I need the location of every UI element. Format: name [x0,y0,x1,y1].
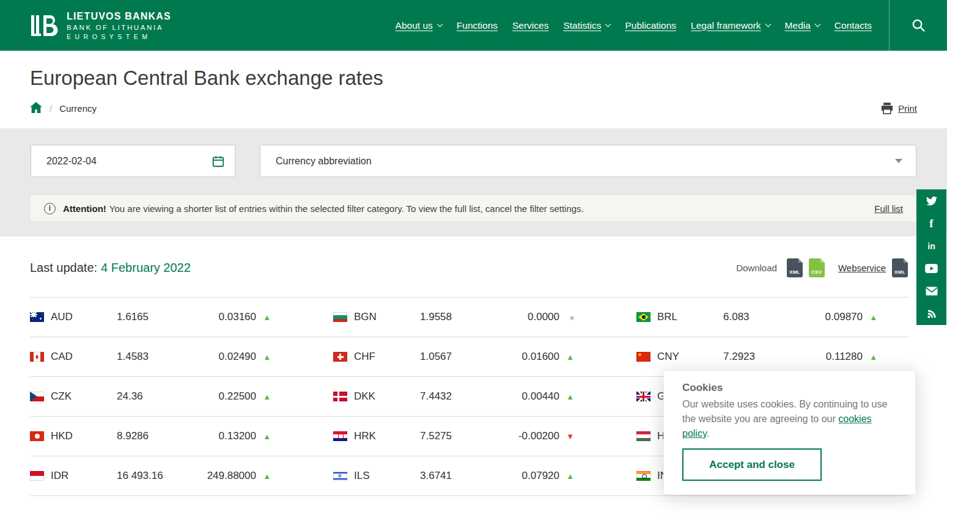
change-value: -0.00200 [492,430,559,442]
site-container: LIETUVOS BANKAS BANK OF LITHUANIA EUROSY… [0,0,947,496]
printer-icon [881,103,893,114]
currency-code: HKD [51,430,117,442]
rate-value: 24.36 [117,390,189,403]
change-value: 0.00440 [492,390,559,403]
xml-file-icon: XML [789,269,800,275]
filter-row: 2022-02-04 Currency abbreviation [31,145,916,177]
flag-icon [30,352,44,362]
trend-icon [563,393,574,401]
twitter-button[interactable] [916,189,946,212]
trend-icon [866,353,877,361]
flag-icon [636,392,650,401]
webservice-link[interactable]: Webservice [838,263,886,273]
flag-icon [333,471,347,481]
currency-code: AUD [51,311,117,323]
csv-file-icon: CSV [811,269,822,275]
xml-file-icon: XML [894,269,905,275]
cookie-text-after: . [707,428,709,439]
webservice-xml-button[interactable]: XML [892,258,908,277]
trend-icon [866,313,877,321]
home-link[interactable] [30,102,42,115]
calendar-icon [212,155,225,168]
youtube-button[interactable] [916,257,946,280]
linkedin-icon [927,241,935,252]
last-update: Last update:4 February 2022 [30,261,191,275]
print-label: Print [898,103,917,114]
currency-code: IDR [51,470,117,482]
info-icon [44,203,56,214]
attention-notice: Attention!You are viewing a shorter list… [31,195,916,221]
full-list-link[interactable]: Full list [874,203,903,214]
currency-code: CZK [51,390,117,403]
nav-publications[interactable]: Publications [625,20,676,31]
rate-value: 7.2923 [723,351,795,363]
cookie-title: Cookies [682,382,897,394]
nav-contacts[interactable]: Contacts [834,20,872,31]
nav-label: Functions [457,20,498,31]
flag-icon [636,471,650,481]
nav-label: About us [396,20,433,31]
accept-cookies-button[interactable]: Accept and close [682,448,822,481]
rate-cell: IDR 16 493.16 249.88000 [30,470,271,482]
nav-label: Publications [625,20,676,31]
site-header: LIETUVOS BANKAS BANK OF LITHUANIA EUROSY… [0,0,947,51]
facebook-button[interactable] [916,212,946,235]
change-value: 0.03160 [189,311,256,323]
cookie-dialog: Cookies Our website uses cookies. By con… [663,370,916,495]
rate-cell: CNY 7.2923 0.11280 [636,351,877,363]
flag-icon [333,352,347,362]
rss-button[interactable] [916,302,946,325]
linkedin-button[interactable] [916,235,946,257]
print-button[interactable]: Print [881,103,917,114]
flag-icon [333,392,347,401]
nav-about-us[interactable]: About us [396,20,442,31]
last-update-date: 4 February 2022 [101,261,191,274]
rate-cell: HRK 7.5275 -0.00200 [333,430,574,442]
notice-message: You are viewing a shorter list of entrie… [109,203,584,214]
nav-label: Services [512,20,548,31]
date-value: 2022-02-04 [46,156,97,167]
page-head: European Central Bank exchange rates / C… [0,51,947,115]
change-value: 0.09870 [795,311,863,323]
download-csv-button[interactable]: CSV [809,258,825,277]
nav-functions[interactable]: Functions [457,20,498,31]
download-xml-button[interactable]: XML [787,258,803,277]
nav-media[interactable]: Media [785,20,820,31]
email-icon [926,287,938,296]
brand-eurosystem: EUROSYSTEM [67,33,171,40]
breadcrumb-row: / Currency Print [30,102,917,115]
table-row: AUD 1.6165 0.03160 BGN 1.9558 0.0000 BRL… [30,298,909,337]
trend-icon [260,433,271,440]
page-root: LIETUVOS BANKAS BANK OF LITHUANIA EUROSY… [0,0,980,526]
flag-icon [333,431,347,441]
trend-icon [260,393,271,401]
rss-icon [927,309,937,319]
rate-cell: CZK 24.36 0.22500 [30,390,271,403]
nav-statistics[interactable]: Statistics [563,20,610,31]
flag-icon [30,392,44,401]
flag-icon [30,312,44,322]
date-input[interactable]: 2022-02-04 [31,145,235,177]
chevron-down-icon [437,21,443,27]
twitter-icon [926,195,937,206]
rate-value: 1.0567 [420,351,492,363]
brand-subtitle: BANK OF LITHUANIA [67,24,171,31]
currency-code: CHF [354,351,420,363]
search-button[interactable] [889,0,947,51]
rate-value: 8.9286 [117,430,189,442]
currency-code: BGN [354,311,420,323]
newsletter-button[interactable] [916,280,946,302]
nav-legal-framework[interactable]: Legal framework [691,20,770,31]
trend-icon [563,472,574,480]
rate-value: 1.6165 [117,311,189,323]
rate-cell: ILS 3.6741 0.07920 [333,470,574,482]
filter-section: 2022-02-04 Currency abbreviation Attenti… [0,128,947,236]
rate-value: 16 493.16 [117,470,189,482]
currency-code: BRL [657,311,723,323]
main-nav: About us Functions Services Statistics P… [396,20,872,31]
nav-services[interactable]: Services [512,20,548,31]
bank-logo[interactable]: LIETUVOS BANKAS BANK OF LITHUANIA EUROSY… [30,11,171,40]
last-update-label: Last update: [30,261,97,274]
page-title: European Central Bank exchange rates [30,67,917,90]
currency-abbreviation-select[interactable]: Currency abbreviation [260,145,916,177]
